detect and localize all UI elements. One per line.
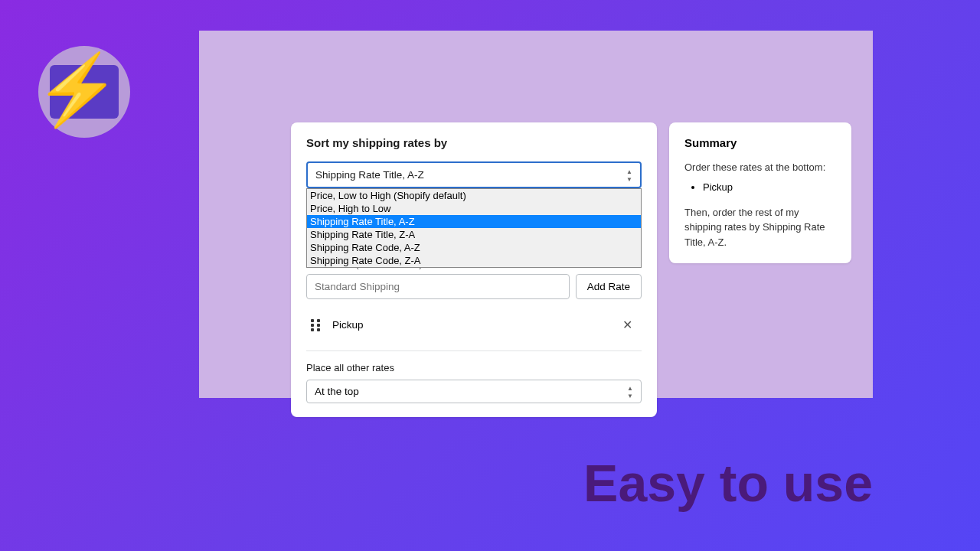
divider bbox=[306, 350, 642, 351]
sort-dropdown: Price, Low to High (Shopify default) Pri… bbox=[306, 188, 642, 268]
rate-input-row: Add Rate bbox=[306, 274, 642, 299]
summary-list-item: Pickup bbox=[703, 181, 836, 193]
dropdown-option[interactable]: Price, Low to High (Shopify default) bbox=[307, 189, 641, 202]
summary-list: Pickup bbox=[703, 181, 836, 193]
place-label: Place all other rates bbox=[306, 362, 642, 373]
drag-handle-icon[interactable] bbox=[311, 319, 322, 331]
dropdown-option[interactable]: Shipping Rate Title, A-Z bbox=[307, 215, 641, 228]
add-rate-button[interactable]: Add Rate bbox=[576, 274, 642, 299]
sort-title: Sort my shipping rates by bbox=[306, 136, 642, 149]
dropdown-option[interactable]: Shipping Rate Code, Z-A bbox=[307, 254, 641, 267]
pinned-rate-name: Pickup bbox=[332, 319, 618, 331]
app-logo: ⚡ bbox=[38, 46, 130, 138]
summary-line1: Order these rates at the bottom: bbox=[684, 160, 836, 175]
summary-card: Summary Order these rates at the bottom:… bbox=[669, 122, 851, 263]
place-select-value: At the top bbox=[315, 386, 359, 397]
marketing-headline: Easy to use bbox=[583, 453, 873, 513]
dropdown-option[interactable]: Shipping Rate Code, A-Z bbox=[307, 241, 641, 254]
summary-line2: Then, order the rest of my shipping rate… bbox=[684, 205, 836, 250]
place-select-wrap: At the top ▲▼ bbox=[306, 380, 642, 403]
sort-select-value: Shipping Rate Title, A-Z bbox=[315, 169, 424, 181]
sort-select-wrap: Shipping Rate Title, A-Z ▲▼ Price, Low t… bbox=[306, 161, 642, 188]
dropdown-option[interactable]: Price, High to Low bbox=[307, 202, 641, 215]
dropdown-option[interactable]: Shipping Rate Title, Z-A bbox=[307, 228, 641, 241]
pinned-rate-row: Pickup ✕ bbox=[306, 310, 642, 340]
lightning-icon: ⚡ bbox=[34, 50, 120, 130]
sort-select[interactable]: Shipping Rate Title, A-Z ▲▼ bbox=[306, 161, 642, 188]
chevron-updown-icon: ▲▼ bbox=[627, 384, 633, 399]
sort-settings-card: Sort my shipping rates by Shipping Rate … bbox=[291, 122, 657, 417]
rate-name-input[interactable] bbox=[306, 274, 570, 299]
remove-rate-icon[interactable]: ✕ bbox=[618, 318, 637, 332]
content-panel: Sort my shipping rates by Shipping Rate … bbox=[199, 31, 873, 398]
chevron-updown-icon: ▲▼ bbox=[626, 168, 632, 182]
summary-heading: Summary bbox=[684, 136, 836, 149]
place-select[interactable]: At the top ▲▼ bbox=[306, 380, 642, 403]
